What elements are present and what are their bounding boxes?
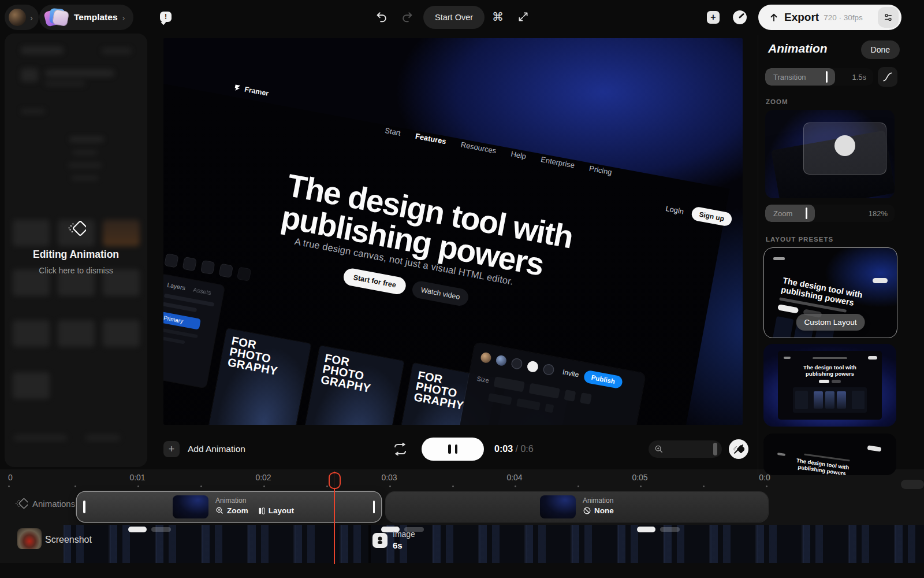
- add-icon[interactable]: +: [707, 11, 720, 24]
- ruler-tick: 0:01: [129, 473, 145, 482]
- editing-animation-title: Editing Animation: [5, 249, 147, 261]
- loop-icon[interactable]: [392, 441, 409, 457]
- animation-sidebar: Animation Done Transition 1.5s ZOOM Zoom…: [758, 35, 924, 475]
- clip-badge-none: None: [594, 506, 614, 515]
- animations-diamond-icon: [15, 497, 28, 510]
- layers-tab[interactable]: Layers: [167, 281, 186, 291]
- clip-left-handle[interactable]: [83, 501, 85, 513]
- assets-tab[interactable]: Assets: [193, 286, 212, 297]
- clip-title: Animation: [583, 497, 613, 505]
- layout-preset-centered[interactable]: The design tool with publishing powers: [763, 344, 896, 427]
- app: 0 0:01 0:02 0:03 0:04 0:05 0:0 Animation…: [0, 0, 924, 578]
- play-icon[interactable]: [526, 360, 539, 373]
- feedback-icon[interactable]: !: [160, 12, 172, 24]
- layer-item-primary[interactable]: Primary: [163, 312, 201, 330]
- ruler-tick: 0: [8, 473, 13, 482]
- timer-icon[interactable]: [732, 10, 747, 25]
- zoom-section-label: ZOOM: [766, 98, 788, 105]
- clip-badge-zoom: Zoom: [227, 506, 248, 515]
- plus-icon: +: [169, 443, 175, 455]
- templates-project-icon: [44, 7, 69, 28]
- chevron-right-icon: ›: [122, 13, 125, 23]
- magnifier-plus-icon: [654, 444, 664, 454]
- image-clip-duration: 6s: [393, 540, 403, 550]
- ruler-tick: 0:04: [506, 473, 522, 482]
- breadcrumb-templates[interactable]: Templates ›: [39, 5, 133, 30]
- animations-track-label: Animations: [15, 497, 75, 510]
- zoom-slider-handle[interactable]: [713, 443, 717, 455]
- clip-title: Animation: [215, 497, 246, 505]
- avatar: [480, 351, 492, 364]
- filmstrip-marker: [637, 527, 655, 532]
- undo-icon[interactable]: [375, 10, 388, 23]
- image-clip-label: Image: [393, 529, 415, 539]
- watermark-toggle[interactable]: [729, 439, 748, 459]
- panel-title: Animation: [768, 42, 828, 55]
- editing-animation-icon: [5, 218, 147, 238]
- chart-icon[interactable]: [542, 363, 555, 376]
- timeline-scroll-nub[interactable]: [901, 480, 924, 489]
- zoom-slider-handle[interactable]: [806, 208, 807, 219]
- zoom-preview[interactable]: [765, 110, 895, 198]
- animation-clip-none[interactable]: Animation None: [386, 492, 768, 522]
- video-preview-canvas[interactable]: Framer Start Features Resources Help Ent…: [163, 38, 743, 425]
- easing-curve-button[interactable]: [878, 67, 897, 87]
- avatar: [495, 354, 507, 366]
- transition-slider-handle[interactable]: [826, 71, 828, 83]
- layout-preset-tilted[interactable]: The design tool with publishing powers: [763, 433, 896, 475]
- pause-button[interactable]: [422, 438, 484, 461]
- playhead-handle[interactable]: [329, 472, 341, 489]
- done-button[interactable]: Done: [861, 40, 900, 59]
- globe-icon[interactable]: [511, 357, 523, 370]
- framer-sail-icon: [233, 83, 241, 92]
- screenshot-thumbnail: [17, 528, 42, 549]
- export-settings-icon[interactable]: [878, 7, 899, 28]
- ruler-tick: 0:03: [381, 473, 397, 482]
- clip-thumbnail: [173, 495, 208, 518]
- transition-slider[interactable]: Transition 1.5s: [765, 68, 873, 86]
- zoom-region-handle[interactable]: [834, 135, 855, 156]
- size-label: Size: [476, 375, 490, 384]
- redo-icon[interactable]: [401, 10, 413, 23]
- timeline: 0 0:01 0:02 0:03 0:04 0:05 0:0 Animation…: [0, 469, 924, 578]
- ruler-tick: 0:02: [255, 473, 271, 482]
- add-animation-button[interactable]: +: [163, 441, 180, 457]
- framer-logo: Framer: [233, 83, 269, 98]
- templates-sidebar-dimmed[interactable]: Editing Animation Click here to dismiss: [5, 34, 147, 467]
- custom-layout-badge: Custom Layout: [796, 314, 865, 331]
- command-key-icon[interactable]: ⌘: [492, 10, 504, 24]
- avatar: [9, 9, 26, 26]
- account-menu[interactable]: ›: [5, 5, 39, 30]
- clip-right-handle[interactable]: [373, 501, 375, 513]
- export-button[interactable]: Export 720 · 30fps: [758, 5, 901, 30]
- layout-preset-custom[interactable]: The design tool with publishing powers C…: [763, 247, 897, 338]
- screenshot-track-label: Screenshot: [45, 535, 92, 545]
- layout-presets-label: LAYOUT PRESETS: [766, 236, 833, 243]
- animation-clip-zoom-layout[interactable]: Animation Zoom Layout: [77, 492, 381, 522]
- clip-badge-layout: Layout: [269, 506, 294, 515]
- zoom-badge-icon: [215, 506, 224, 515]
- none-badge-icon: [583, 506, 591, 515]
- ruler-tick: 0:05: [632, 473, 647, 482]
- fullscreen-icon[interactable]: [517, 11, 529, 23]
- image-clip-icon: [372, 533, 388, 548]
- upload-arrow-icon: [769, 12, 779, 23]
- screenshot-filmstrip[interactable]: Image 6s: [64, 525, 924, 563]
- layout-badge-icon: [258, 507, 266, 515]
- timeline-zoom-slider[interactable]: [649, 440, 722, 458]
- filmstrip-marker: [128, 527, 147, 532]
- login-link[interactable]: Login: [665, 203, 684, 216]
- clip-thumbnail: [540, 495, 576, 518]
- add-animation-label: Add Animation: [188, 444, 245, 454]
- top-bar: › Templates › ! Start Over ⌘: [0, 0, 924, 35]
- chevron-right-icon: ›: [30, 13, 33, 23]
- time-display: 0:03 / 0:6: [494, 444, 534, 454]
- dismiss-hint[interactable]: Click here to dismiss: [5, 266, 147, 275]
- zoom-slider[interactable]: Zoom 182%: [765, 205, 895, 222]
- start-over-button[interactable]: Start Over: [423, 6, 485, 29]
- invite-button[interactable]: Invite: [562, 368, 580, 379]
